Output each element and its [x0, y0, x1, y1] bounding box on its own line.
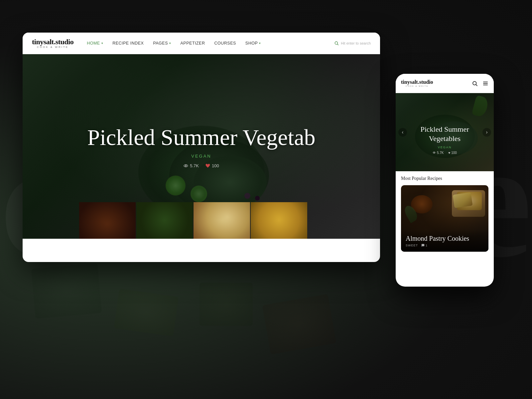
- mobile-card-title: Almond Pastry Cookies: [406, 234, 484, 242]
- desktop-search[interactable]: Hit enter to search: [334, 41, 371, 46]
- nav-pages[interactable]: PAGES ▾: [153, 41, 171, 46]
- mobile-menu-icon[interactable]: [482, 80, 488, 86]
- comment-icon: [421, 244, 425, 247]
- mobile-hero-category: VEGAN: [412, 146, 478, 149]
- eye-icon: [184, 163, 188, 168]
- svg-line-5: [476, 84, 477, 86]
- mobile-hero-stats: 👁 5.7K ♥ 100: [412, 151, 478, 155]
- mobile-hero-slider: ‹ › Pickled Summer Vegetables VEGAN 👁 5.…: [396, 93, 494, 171]
- thumb-1[interactable]: [79, 202, 136, 239]
- hero-title: Pickled Summer Vegetab: [87, 125, 315, 150]
- thumb-4[interactable]: [251, 202, 307, 239]
- mobile-popular-title: Most Popular Recipes: [401, 176, 488, 181]
- thumb-3[interactable]: [194, 202, 250, 239]
- bg-food-3: [200, 283, 253, 326]
- desktop-hero: Pickled Summer Vegetab VEGAN 5.7K 100: [23, 54, 380, 239]
- desktop-logo: tinysalt.studio COOK & WRITE: [32, 38, 73, 49]
- bg-food-2: [114, 289, 179, 336]
- svg-line-1: [337, 44, 338, 45]
- nav-home[interactable]: HOME ▾: [87, 41, 103, 46]
- desktop-logo-main: tinysalt.studio: [32, 38, 73, 46]
- hero-cucumber-2: [191, 186, 207, 202]
- search-placeholder-text: Hit enter to search: [341, 41, 371, 45]
- mobile-hero-likes: ♥ 100: [448, 151, 457, 155]
- thumb-2[interactable]: [136, 202, 193, 239]
- hero-category-label: VEGAN: [87, 154, 315, 159]
- nav-pages-arrow: ▾: [169, 42, 171, 45]
- mobile-prev-arrow[interactable]: ‹: [398, 128, 407, 137]
- mobile-mockup: tinysalt.studio COOK & WRITE ‹ › Pickle: [396, 74, 494, 287]
- nav-shop[interactable]: SHOP ▾: [245, 41, 261, 46]
- mobile-hero-title: Pickled Summer Vegetables: [412, 125, 478, 144]
- nav-shop-arrow: ▾: [259, 42, 261, 45]
- hero-cucumber-1: [166, 176, 186, 196]
- mobile-card-comments: 1: [421, 244, 427, 247]
- hero-likes: 100: [205, 163, 219, 168]
- thumbnail-strip: [79, 202, 307, 239]
- mobile-logo: tinysalt.studio COOK & WRITE: [401, 79, 433, 87]
- desktop-mockup: tinysalt.studio COOK & WRITE HOME ▾ RECI…: [23, 33, 380, 262]
- mobile-logo-main: tinysalt.studio: [401, 79, 433, 85]
- hero-stats: 5.7K 100: [87, 163, 315, 168]
- desktop-header: tinysalt.studio COOK & WRITE HOME ▾ RECI…: [23, 33, 380, 54]
- mobile-header: tinysalt.studio COOK & WRITE: [396, 74, 494, 93]
- mobile-card-overlay: Almond Pastry Cookies SWEET 1: [401, 230, 488, 252]
- svg-point-2: [184, 165, 188, 167]
- svg-point-3: [186, 165, 187, 167]
- mobile-recipe-card[interactable]: Almond Pastry Cookies SWEET 1: [401, 185, 488, 252]
- search-icon: [334, 41, 339, 46]
- nav-appetizer[interactable]: APPETIZER: [181, 41, 205, 46]
- mobile-next-arrow[interactable]: ›: [482, 128, 491, 137]
- svg-point-4: [473, 81, 476, 85]
- svg-point-0: [335, 42, 337, 44]
- mobile-logo-sub: COOK & WRITE: [401, 85, 433, 87]
- hero-text-block: Pickled Summer Vegetab VEGAN 5.7K 100: [87, 125, 315, 168]
- mobile-card-category: SWEET: [406, 244, 418, 247]
- nav-recipe-index[interactable]: RECIPE INDEX: [112, 41, 144, 46]
- mobile-header-icons: [472, 80, 488, 86]
- berry-1: [244, 193, 250, 199]
- desktop-logo-sub: COOK & WRITE: [32, 46, 73, 49]
- bg-food-1: [31, 263, 102, 319]
- mobile-card-meta: SWEET 1: [406, 244, 484, 247]
- heart-icon: [205, 163, 210, 168]
- nav-home-arrow: ▾: [101, 42, 103, 45]
- mobile-search-icon[interactable]: [472, 80, 478, 86]
- desktop-nav: HOME ▾ RECIPE INDEX PAGES ▾ APPETIZER CO…: [87, 41, 334, 46]
- mobile-popular-section: Most Popular Recipes Almond Pastry Cooki…: [396, 171, 494, 254]
- berry-2: [255, 196, 260, 200]
- nav-courses[interactable]: COURSES: [214, 41, 236, 46]
- mobile-hero-text: Pickled Summer Vegetables VEGAN 👁 5.7K ♥…: [412, 125, 478, 155]
- hero-views: 5.7K: [184, 163, 199, 168]
- mobile-hero-views: 👁 5.7K: [433, 151, 444, 155]
